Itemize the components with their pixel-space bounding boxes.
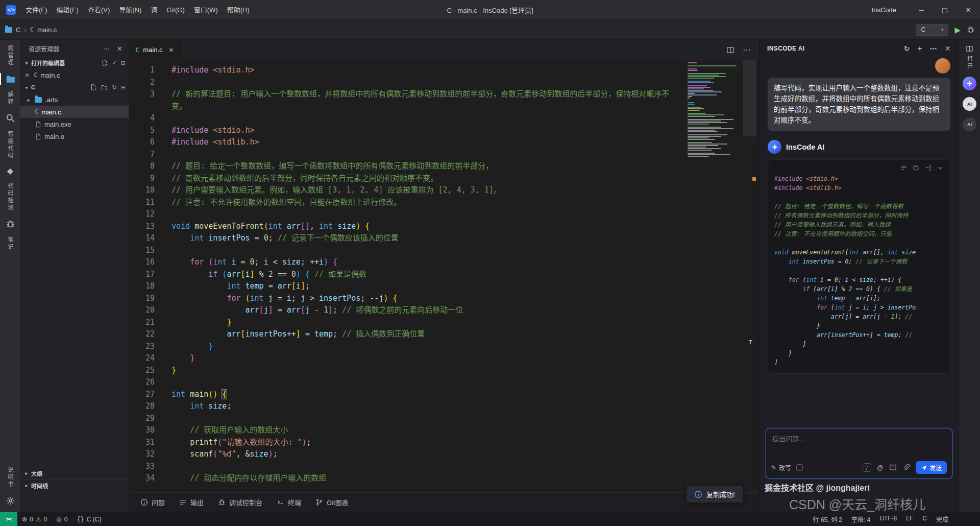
ai-assistant-icon[interactable] — [963, 77, 976, 90]
tree-item-mainc[interactable]: Cmain.c — [20, 106, 129, 118]
status-right-item-4[interactable]: C — [922, 515, 927, 523]
remote-indicator[interactable]: >< — [0, 512, 17, 526]
minimap[interactable] — [688, 62, 741, 157]
problems-status[interactable]: ⊗0 ⚠0 — [17, 512, 52, 526]
newfolder-icon[interactable] — [101, 84, 108, 91]
ai-question-input[interactable] — [766, 428, 952, 458]
breadcrumb-file[interactable]: main.c — [37, 26, 57, 34]
workspace-folder-section[interactable]: ▾ C ↻⊟ — [20, 81, 129, 93]
minimap-line — [688, 94, 717, 95]
menu-item[interactable]: 帮助(H) — [223, 0, 254, 20]
send-button[interactable]: 发送 — [916, 461, 947, 474]
status-right-item-3[interactable]: LF — [906, 515, 913, 523]
ai-code-line — [774, 193, 944, 202]
menu-item[interactable]: 窗口(W) — [189, 0, 223, 20]
collapse-icon[interactable]: ⊟ — [121, 84, 126, 91]
close-sidebar-icon[interactable]: ✕ — [117, 45, 122, 53]
activity-item-explorer[interactable] — [0, 74, 20, 84]
close-file-icon[interactable]: ✕ — [23, 72, 31, 79]
tree-item-arts[interactable]: ▸.arts — [20, 93, 129, 106]
code-text: int insertPos = 0; // 记录下一个偶数应该插入的位置 — [172, 232, 682, 245]
collapse-icon[interactable] — [937, 164, 944, 171]
tab-main-c[interactable]: C main.c ✕ — [129, 40, 181, 60]
close-tab-icon[interactable]: ✕ — [169, 46, 174, 54]
minimap-line — [688, 124, 709, 125]
newfile-icon[interactable] — [101, 59, 108, 66]
breadcrumb-root[interactable]: C — [16, 26, 20, 34]
insert-code-icon[interactable] — [925, 164, 932, 171]
activity-item-plugins[interactable]: ◆ — [0, 167, 20, 175]
rewrite-button[interactable]: ✎ 改写 — [771, 463, 791, 472]
editor-scrollbar[interactable]: ⊤ — [741, 60, 759, 492]
tree-item-maino[interactable]: main.o — [20, 130, 129, 142]
activity-item-notes[interactable]: 笔记 — [0, 236, 20, 251]
activity-item-code-check[interactable]: 代码检测 — [0, 183, 20, 211]
activity-item-smart-code[interactable]: 智能代码 — [0, 131, 20, 159]
knowledge-base-icon[interactable] — [889, 464, 897, 471]
newfile-icon[interactable] — [90, 84, 97, 91]
activity-item-manual[interactable]: 说明书 — [0, 467, 20, 488]
run-config-select[interactable]: C ▾ — [916, 24, 948, 36]
menu-item[interactable]: 词 — [146, 0, 162, 20]
refresh-icon[interactable]: ↻ — [112, 84, 117, 91]
activity-item-settings[interactable] — [0, 496, 20, 506]
status-right-item-0[interactable]: 行 65, 列 2 — [813, 515, 842, 523]
attach-file-icon[interactable] — [902, 464, 910, 471]
code-text — [172, 77, 682, 89]
ai-plugin-icon[interactable]: AI — [963, 117, 976, 131]
ai-chat-history[interactable]: 编写代码，实现让用户输入一个整数数组，注意不是预生成好的数组，并将数组中的所有偶… — [760, 57, 959, 424]
tree-item-mainexe[interactable]: main.exe — [20, 118, 129, 130]
code-line: 1#include <stdio.h> — [129, 64, 682, 77]
activity-item-question-bank[interactable]: 题管理 — [0, 45, 20, 66]
menu-item[interactable]: 文件(F) — [21, 0, 52, 20]
activity-item-explain[interactable]: 解释 — [0, 91, 20, 106]
panel-tab-terminal[interactable]: 终端 — [277, 497, 301, 507]
code-editor[interactable]: 1#include <stdio.h>23// 新的算法题目: 用户输入一个整数… — [129, 60, 759, 492]
mention-icon[interactable]: @ — [877, 464, 884, 471]
menu-item[interactable]: 导航(N) — [114, 0, 146, 20]
minimap-line — [688, 85, 707, 86]
line-number: 19 — [129, 293, 155, 305]
split-editor-icon[interactable] — [726, 46, 734, 54]
open-panel-button[interactable]: 打开 — [966, 45, 974, 70]
status-right-item-5[interactable]: 完成 — [936, 515, 948, 523]
language-status[interactable]: {} C (C) — [72, 512, 106, 526]
maximize-button[interactable]: ▢ — [933, 0, 957, 20]
close-panel-icon[interactable]: ✕ — [945, 44, 951, 53]
sidebar-section-0[interactable]: ▸大纲 — [20, 467, 129, 479]
open-editors-section[interactable]: ▾ 打开的编辑器 ✓⊟ — [20, 57, 129, 69]
menu-item[interactable]: 编辑(E) — [52, 0, 83, 20]
menu-item[interactable]: 查看(V) — [83, 0, 114, 20]
history-icon[interactable]: ↻ — [904, 44, 910, 53]
scrollbar-thumb[interactable] — [743, 60, 756, 136]
check-icon[interactable]: ✓ — [112, 59, 117, 66]
ai-badge-icon[interactable]: AI — [963, 97, 976, 111]
status-right-item-2[interactable]: UTF-8 — [879, 515, 897, 523]
wrap-lines-icon[interactable] — [900, 164, 907, 171]
status-right-item-1[interactable]: 空格: 4 — [851, 515, 870, 523]
slash-command-icon[interactable]: / — [863, 463, 871, 472]
file-icon — [35, 133, 41, 140]
debug-settings-icon[interactable] — [967, 26, 975, 34]
panel-tab-problems[interactable]: 问题 — [140, 497, 165, 507]
minimize-button[interactable]: ─ — [910, 0, 933, 20]
activity-item-search[interactable] — [0, 113, 20, 123]
menu-item[interactable]: Git(G) — [162, 0, 189, 20]
sidebar-section-1[interactable]: ▸时间线 — [20, 479, 129, 491]
new-chat-icon[interactable]: + — [918, 44, 922, 53]
toggle-checkbox[interactable] — [796, 464, 803, 471]
editor-more-actions-icon[interactable]: ⋯ — [743, 45, 751, 55]
collapse-icon[interactable]: ⊟ — [121, 59, 126, 66]
panel-tab-git-graph[interactable]: Git图表 — [315, 497, 349, 507]
close-window-button[interactable]: ✕ — [957, 0, 980, 20]
breadcrumb[interactable]: C › C main.c — [5, 26, 57, 34]
panel-tab-output[interactable]: 输出 — [179, 497, 204, 507]
open-editor-item[interactable]: ✕Cmain.c — [20, 69, 129, 81]
more-actions-icon[interactable]: ⋯ — [929, 44, 937, 53]
run-button[interactable]: ▶ — [954, 26, 961, 34]
activity-item-debug[interactable] — [0, 219, 20, 229]
copy-code-icon[interactable] — [913, 164, 919, 171]
more-actions-icon[interactable]: ⋯ — [103, 45, 110, 53]
ports-badge[interactable]: ◎0 — [52, 512, 72, 526]
panel-tab-debug-console[interactable]: 调试控制台 — [218, 497, 262, 507]
